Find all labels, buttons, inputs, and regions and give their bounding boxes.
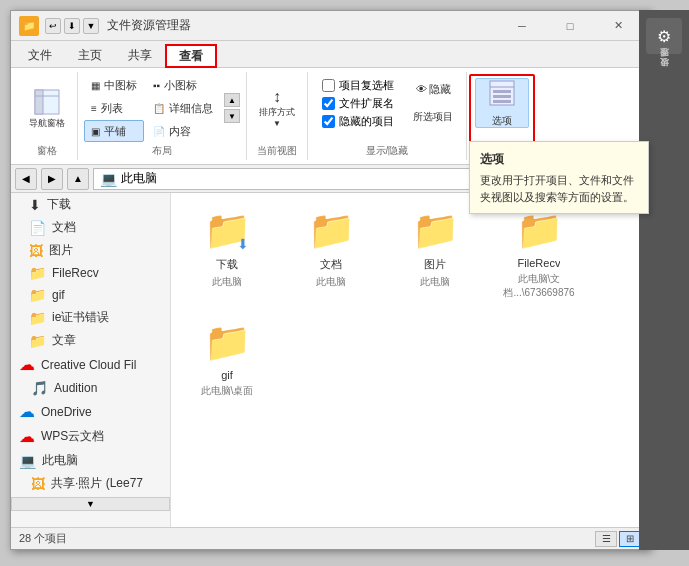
sidebar-item-filerecv[interactable]: 📁 FileRecv — [11, 262, 170, 284]
sidebar-scroll-down[interactable]: ▼ — [11, 497, 170, 511]
documents-file-sublabel: 此电脑 — [316, 275, 346, 289]
options-tooltip: 选项 更改用于打开项目、文件和文件夹视图以及搜索等方面的设置。 — [469, 141, 649, 214]
flat-button[interactable]: ▣ 平铺 — [84, 120, 144, 142]
currentview-buttons: ↕ 排序方式 ▼ — [253, 74, 301, 142]
wps-icon: ☁ — [19, 427, 35, 446]
this-pc-label: 此电脑 — [42, 452, 78, 469]
documents-icon: 📄 — [29, 220, 46, 236]
file-item-downloads[interactable]: 📁 ⬇ 下载 此电脑 — [177, 199, 277, 307]
layout-scroll: ▲ ▼ — [222, 93, 240, 123]
pictures-folder-icon: 📁 — [411, 206, 459, 254]
this-pc-icon: 💻 — [19, 453, 36, 469]
content-icon: 📄 — [153, 126, 165, 137]
minimize-button[interactable]: ─ — [499, 11, 545, 41]
panes-group: 导航窗格 窗格 — [17, 72, 78, 160]
title-bar: 📁 ↩ ⬇ ▼ 文件资源管理器 ─ □ ✕ — [11, 11, 649, 41]
layout-col-1: ▦ 中图标 ≡ 列表 ▣ 平铺 — [84, 74, 144, 142]
tab-file[interactable]: 文件 — [15, 43, 65, 67]
ribbon-tab-list: 文件 主页 共享 查看 — [11, 41, 649, 67]
selected-button[interactable]: 所选项目 — [406, 106, 460, 128]
downloads-file-label: 下载 — [216, 257, 238, 272]
settings-icon: ⚙ — [657, 27, 671, 46]
file-item-documents[interactable]: 📁 文档 此电脑 — [281, 199, 381, 307]
sort-label: 排序方式 — [259, 107, 295, 118]
sidebar-item-pictures[interactable]: 🖼 图片 — [11, 239, 170, 262]
view-toggle: ☰ ⊞ — [595, 531, 641, 547]
hidden-btn-label: 隐藏 — [429, 82, 451, 97]
ie-cert-label: ie证书错误 — [52, 309, 109, 326]
wps-label: WPS云文档 — [41, 428, 104, 445]
address-bar[interactable]: 💻 此电脑 — [93, 168, 521, 190]
sidebar-item-wps[interactable]: ☁ WPS云文档 — [11, 424, 170, 449]
sidebar-item-gif[interactable]: 📁 gif — [11, 284, 170, 306]
medium-icon-button[interactable]: ▦ 中图标 — [84, 74, 144, 96]
list-button[interactable]: ≡ 列表 — [84, 97, 144, 119]
list-label: 列表 — [101, 101, 123, 116]
layout-down-arrow[interactable]: ▼ — [224, 109, 240, 123]
grid-view-button[interactable]: ⊞ — [619, 531, 641, 547]
tab-home[interactable]: 主页 — [65, 43, 115, 67]
qat-btn-1[interactable]: ↩ — [45, 18, 61, 34]
layout-up-arrow[interactable]: ▲ — [224, 93, 240, 107]
sidebar-item-ie-cert[interactable]: 📁 ie证书错误 — [11, 306, 170, 329]
hidden-button[interactable]: 👁 隐藏 — [406, 76, 460, 102]
options-icon — [488, 79, 516, 112]
hidden-items-checkbox[interactable] — [322, 115, 335, 128]
sort-button[interactable]: ↕ 排序方式 ▼ — [253, 81, 301, 135]
scroll-down-arrow[interactable]: ▼ — [11, 497, 170, 511]
pictures-label: 图片 — [49, 242, 73, 259]
small-icon-button[interactable]: ▪▪ 小图标 — [146, 74, 220, 96]
content-label: 内容 — [169, 124, 191, 139]
item-checkbox-row: 项目复选框 — [322, 78, 394, 93]
maximize-button[interactable]: □ — [547, 11, 593, 41]
sidebar-item-share-photos[interactable]: 🖼 共享·照片 (Lee77 — [11, 472, 170, 495]
file-item-pictures[interactable]: 📁 图片 此电脑 — [385, 199, 485, 307]
creative-cloud-label: Creative Cloud Fil — [41, 358, 136, 372]
sort-icon: ↕ — [273, 88, 281, 106]
up-button[interactable]: ▲ — [67, 168, 89, 190]
medium-icon-label: 中图标 — [104, 78, 137, 93]
tab-share[interactable]: 共享 — [115, 43, 165, 67]
small-icon-label: 小图标 — [164, 78, 197, 93]
list-view-button[interactable]: ☰ — [595, 531, 617, 547]
tooltip-title: 选项 — [480, 150, 638, 168]
sidebar-item-audition[interactable]: 🎵 Audition — [11, 377, 170, 399]
details-button[interactable]: 📋 详细信息 — [146, 97, 220, 119]
file-ext-checkbox[interactable] — [322, 97, 335, 110]
options-button[interactable]: 选项 — [475, 78, 529, 128]
file-item-gif[interactable]: 📁 gif 此电脑\桌面 — [177, 311, 277, 405]
audition-label: Audition — [54, 381, 97, 395]
file-item-filerecv[interactable]: 📁 FileRecv 此电脑\文档...\673669876 — [489, 199, 589, 307]
layout-group-label: 布局 — [84, 142, 240, 158]
showhide-group-label: 显示/隐藏 — [314, 142, 460, 158]
onedrive-label: OneDrive — [41, 405, 92, 419]
filerecv-label: FileRecv — [52, 266, 99, 280]
settings-panel-button[interactable]: ⚙ — [646, 18, 682, 54]
downloads-icon: ⬇ — [29, 197, 41, 213]
filerecv-file-label: FileRecv — [518, 257, 561, 269]
sidebar-item-creative-cloud[interactable]: ☁ Creative Cloud Fil — [11, 352, 170, 377]
forward-button[interactable]: ▶ — [41, 168, 63, 190]
sidebar-item-article[interactable]: 📁 文章 — [11, 329, 170, 352]
downloads-label: 下载 — [47, 196, 71, 213]
sidebar-item-this-pc[interactable]: 💻 此电脑 — [11, 449, 170, 472]
item-checkbox[interactable] — [322, 79, 335, 92]
panes-group-label: 窗格 — [23, 142, 71, 158]
window-title: 文件资源管理器 — [107, 17, 499, 34]
sidebar-item-downloads[interactable]: ⬇ 下载 — [11, 193, 170, 216]
gif-file-sublabel: 此电脑\桌面 — [201, 384, 254, 398]
nav-pane-button[interactable]: 导航窗格 — [23, 81, 71, 135]
tab-view[interactable]: 查看 — [165, 44, 217, 68]
qat-btn-dropdown[interactable]: ▼ — [83, 18, 99, 34]
share-photos-icon: 🖼 — [31, 476, 45, 492]
qat-btn-2[interactable]: ⬇ — [64, 18, 80, 34]
content-button[interactable]: 📄 内容 — [146, 120, 220, 142]
medium-icon-icon: ▦ — [91, 80, 100, 91]
onedrive-icon: ☁ — [19, 402, 35, 421]
article-icon: 📁 — [29, 333, 46, 349]
documents-file-label: 文档 — [320, 257, 342, 272]
sidebar-item-documents[interactable]: 📄 文档 — [11, 216, 170, 239]
sidebar-item-onedrive[interactable]: ☁ OneDrive — [11, 399, 170, 424]
back-button[interactable]: ◀ — [15, 168, 37, 190]
close-button[interactable]: ✕ — [595, 11, 641, 41]
